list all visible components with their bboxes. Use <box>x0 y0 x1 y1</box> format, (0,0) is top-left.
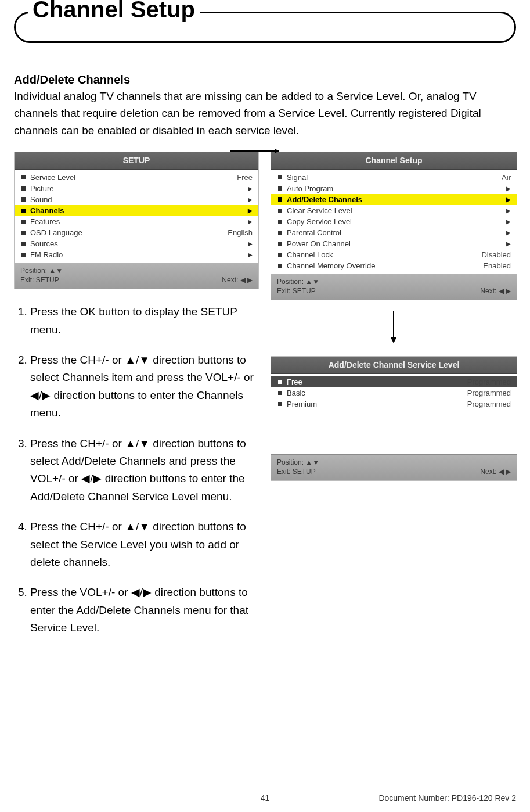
step-item: Press the CH+/- or ▲/▼ direction buttons… <box>30 435 258 506</box>
step-item: Press the CH+/- or ▲/▼ direction buttons… <box>30 518 258 571</box>
panel-channel-setup: Channel Setup SignalAirAuto Program▶Add/… <box>271 152 517 300</box>
menu-row-label: FM Radio <box>30 250 243 259</box>
panel-channel-body: SignalAirAuto Program▶Add/Delete Channel… <box>271 170 517 274</box>
menu-row: Parental Control▶ <box>271 227 517 238</box>
bullet-icon <box>21 253 26 257</box>
menu-row-label: Signal <box>287 173 497 182</box>
menu-row-label: Channel Lock <box>287 250 477 259</box>
steps-list: Press the OK button to display the SETUP… <box>14 303 258 637</box>
menu-row: PremiumProgrammed <box>271 398 517 409</box>
menu-row-label: Sound <box>30 195 243 204</box>
chevron-right-icon: ▶ <box>248 185 253 192</box>
menu-row: Auto Program▶ <box>271 183 517 194</box>
panel-channel-footer-next: Next: ◀ ▶ <box>480 287 511 295</box>
panel-service-footer-next: Next: ◀ ▶ <box>480 468 511 476</box>
menu-row-label: Free <box>287 378 463 386</box>
chevron-right-icon: ▶ <box>506 207 511 214</box>
chevron-right-icon: ▶ <box>506 218 511 225</box>
menu-row: FM Radio▶ <box>15 249 258 260</box>
panel-setup-body: Service LevelFreePicture▶Sound▶Channels▶… <box>15 170 258 263</box>
bullet-icon <box>278 242 282 246</box>
menu-row-label: OSD Language <box>30 228 223 237</box>
bullet-icon <box>21 242 26 246</box>
step-item: Press the VOL+/- or ◀/▶ direction button… <box>30 584 258 637</box>
menu-row-label: Channel Memory Override <box>287 261 478 270</box>
bullet-icon <box>21 186 26 191</box>
intro-paragraph: Individual analog TV channels that are m… <box>14 88 516 139</box>
bullet-icon <box>278 402 282 406</box>
step-item: Press the OK button to display the SETUP… <box>30 303 258 339</box>
menu-row-value: Disabled <box>481 250 511 259</box>
menu-row-label: Sources <box>30 239 243 248</box>
menu-row: Sources▶ <box>15 238 258 249</box>
menu-row-label: Premium <box>287 400 463 408</box>
page-footer: 41 Document Number: PD196-120 Rev 2 <box>14 793 516 803</box>
menu-row-label: Auto Program <box>287 184 502 193</box>
menu-row: Copy Service Level▶ <box>271 216 517 227</box>
menu-row-label: Features <box>30 217 243 226</box>
panel-setup-footer-exit: Exit: SETUP <box>20 276 59 284</box>
panel-service-body: FreeProgrammedBasicProgrammedPremiumProg… <box>271 374 517 454</box>
menu-row-label: Channels <box>30 206 243 215</box>
menu-row-value: Programmed <box>467 378 511 386</box>
chevron-right-icon: ▶ <box>506 185 511 192</box>
panel-setup-footer-pos: Position: ▲▼ <box>20 267 63 275</box>
menu-row-value: Free <box>237 173 253 182</box>
bullet-icon <box>278 380 282 384</box>
panel-channel-footer-exit: Exit: SETUP <box>277 287 316 295</box>
menu-row: Channel Memory OverrideEnabled <box>271 260 517 271</box>
bullet-icon <box>21 231 26 235</box>
panel-channel-title: Channel Setup <box>271 152 517 170</box>
menu-row: FreeProgrammed <box>271 376 517 387</box>
menu-row-label: Picture <box>30 184 243 193</box>
menu-row: SignalAir <box>271 172 517 183</box>
panel-setup: SETUP Service LevelFreePicture▶Sound▶Cha… <box>14 152 259 289</box>
menu-row-label: Copy Service Level <box>287 217 502 226</box>
section-title: Channel Setup <box>28 0 200 23</box>
menu-row: Add/Delete Channels▶ <box>271 194 517 205</box>
menu-row-label: Power On Channel <box>287 239 502 248</box>
menu-row-value: English <box>228 228 253 237</box>
chevron-right-icon: ▶ <box>248 218 253 225</box>
menu-row: Picture▶ <box>15 183 258 194</box>
step-item: Press the CH+/- or ▲/▼ direction buttons… <box>30 351 258 422</box>
chevron-right-icon: ▶ <box>506 196 511 203</box>
chevron-right-icon: ▶ <box>248 196 253 203</box>
menu-row: Sound▶ <box>15 194 258 205</box>
menu-row-label: Service Level <box>30 173 232 182</box>
panel-service-footer: Position: ▲▼ Exit: SETUP Next: ◀ ▶ <box>271 454 517 480</box>
chevron-right-icon: ▶ <box>248 207 253 214</box>
page-number: 41 <box>261 793 270 803</box>
bullet-icon <box>21 175 26 179</box>
menu-row-label: Clear Service Level <box>287 206 502 215</box>
panel-setup-title: SETUP <box>15 152 258 170</box>
menu-row: Channels▶ <box>15 205 258 216</box>
bullet-icon <box>21 197 26 202</box>
panel-setup-footer-next: Next: ◀ ▶ <box>222 276 253 284</box>
bullet-icon <box>278 264 282 268</box>
menu-row: Channel LockDisabled <box>271 249 517 260</box>
menu-row: BasicProgrammed <box>271 387 517 398</box>
bullet-icon <box>278 391 282 395</box>
panel-service-footer-pos: Position: ▲▼ <box>277 458 319 466</box>
menu-row-value: Programmed <box>467 389 511 397</box>
subsection-heading: Add/Delete Channels <box>14 73 516 87</box>
panel-service-footer-exit: Exit: SETUP <box>277 468 316 476</box>
bullet-icon <box>278 209 282 213</box>
menu-row: Service LevelFree <box>15 172 258 183</box>
section-header: Channel Setup <box>14 1 516 42</box>
bullet-icon <box>21 209 26 213</box>
bullet-icon <box>278 220 282 224</box>
menu-row-label: Add/Delete Channels <box>287 195 502 204</box>
chevron-right-icon: ▶ <box>506 229 511 236</box>
menu-row: Features▶ <box>15 216 258 227</box>
bullet-icon <box>21 220 26 224</box>
panel-channel-footer-pos: Position: ▲▼ <box>277 278 319 286</box>
menu-row-label: Basic <box>287 389 463 397</box>
panel-channel-footer: Position: ▲▼ Exit: SETUP Next: ◀ ▶ <box>271 274 517 300</box>
menu-row: OSD LanguageEnglish <box>15 227 258 238</box>
menu-row-value: Air <box>502 173 511 182</box>
menu-row: Power On Channel▶ <box>271 238 517 249</box>
bullet-icon <box>278 175 282 179</box>
panel-service-title: Add/Delete Channel Service Level <box>271 357 517 374</box>
